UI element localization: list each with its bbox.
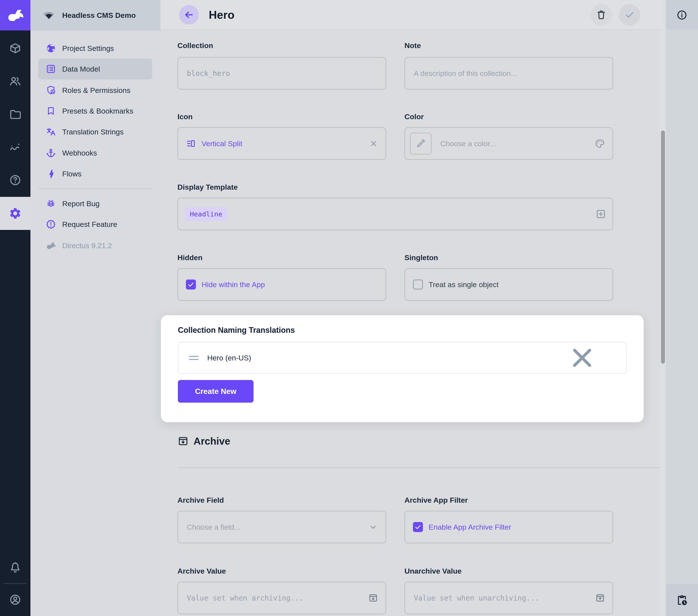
save-button-disabled[interactable] bbox=[619, 4, 640, 26]
sidebar-item-presets-bookmarks[interactable]: Presets & Bookmarks bbox=[30, 100, 160, 121]
color-input[interactable]: Choose a color... bbox=[404, 127, 613, 160]
insights-icon bbox=[9, 141, 22, 154]
add-field-button[interactable] bbox=[595, 208, 606, 220]
module-bar-divider bbox=[3, 583, 27, 584]
revisions-sidebar-button[interactable] bbox=[666, 584, 698, 616]
translation-list-item[interactable]: Hero (en-US) bbox=[178, 342, 627, 374]
unarchive-value-placeholder: Value set when unarchiving... bbox=[414, 594, 539, 602]
archive-value-input[interactable]: Value set when archiving... bbox=[178, 581, 386, 614]
icon-value: Vertical Split bbox=[201, 139, 242, 148]
create-new-button[interactable]: Create New bbox=[178, 380, 253, 402]
trash-icon bbox=[596, 9, 607, 20]
scrollbar-thumb[interactable] bbox=[661, 131, 665, 364]
project-info[interactable]: Headless CMS Demo bbox=[30, 0, 160, 30]
note-field-label: Note bbox=[404, 41, 421, 50]
drag-handle-icon[interactable] bbox=[189, 356, 198, 360]
unarchive-value-label: Unarchive Value bbox=[404, 567, 462, 575]
archive-app-filter-label: Archive App Filter bbox=[404, 496, 468, 504]
color-placeholder: Choose a color... bbox=[440, 139, 496, 148]
version-label: Directus 9.21.2 bbox=[62, 242, 112, 250]
sidebar-item-request-feature[interactable]: Request Feature bbox=[30, 214, 160, 235]
insights-module-button[interactable] bbox=[0, 134, 30, 161]
account-circle-icon bbox=[9, 593, 22, 606]
info-sidebar-button[interactable] bbox=[666, 0, 698, 30]
eyedropper-icon bbox=[416, 139, 426, 149]
sidebar-item-label: Translation Strings bbox=[62, 128, 124, 136]
archive-section-title: Archive bbox=[194, 435, 230, 447]
sidebar-item-translation-strings[interactable]: Translation Strings bbox=[30, 121, 160, 142]
clear-icon-button[interactable] bbox=[369, 139, 378, 148]
settings-nav-sidebar: Headless CMS Demo Project Settings Data … bbox=[30, 0, 160, 616]
archive-up-icon[interactable] bbox=[595, 593, 605, 603]
archive-field-placeholder: Choose a field... bbox=[187, 523, 240, 531]
sidebar-item-label: Presets & Bookmarks bbox=[62, 107, 133, 115]
hidden-checkbox-field[interactable]: Hide within the App bbox=[178, 268, 386, 301]
anchor-icon bbox=[46, 148, 56, 158]
checkbox-checked-icon[interactable] bbox=[186, 279, 196, 289]
docs-module-button[interactable] bbox=[0, 167, 30, 193]
project-name: Headless CMS Demo bbox=[62, 11, 136, 19]
unarchive-value-input[interactable]: Value set when unarchiving... bbox=[404, 581, 613, 614]
bolt-icon bbox=[46, 168, 56, 179]
users-module-button[interactable] bbox=[0, 68, 30, 94]
sidebar-item-report-bug[interactable]: Report Bug bbox=[30, 193, 160, 214]
help-icon bbox=[9, 174, 22, 187]
sidebar-item-webhooks[interactable]: Webhooks bbox=[30, 142, 160, 163]
sidebar-item-label: Roles & Permissions bbox=[62, 86, 130, 95]
content-module-button[interactable] bbox=[0, 35, 30, 61]
note-input[interactable]: A description of this collection... bbox=[404, 57, 613, 90]
icon-select[interactable]: Vertical Split bbox=[178, 127, 386, 160]
new-releases-icon bbox=[46, 219, 56, 230]
arrow-left-icon bbox=[184, 10, 194, 20]
translate-icon bbox=[46, 127, 56, 137]
check-icon bbox=[624, 9, 635, 20]
chevron-down-icon[interactable] bbox=[368, 522, 378, 532]
archive-app-filter-checkbox-field[interactable]: Enable App Archive Filter bbox=[404, 511, 613, 543]
note-placeholder: A description of this collection... bbox=[414, 69, 517, 78]
palette-icon-button[interactable] bbox=[595, 138, 605, 149]
template-field-chip[interactable]: Headline bbox=[185, 207, 227, 221]
checkbox-checked-icon[interactable] bbox=[413, 522, 423, 532]
delete-collection-button[interactable] bbox=[590, 4, 612, 26]
checkbox-unchecked-icon[interactable] bbox=[413, 279, 423, 289]
icon-field-label: Icon bbox=[178, 112, 193, 121]
bug-icon bbox=[46, 199, 56, 209]
gear-icon bbox=[9, 207, 22, 220]
archive-field-label: Archive Field bbox=[178, 496, 224, 504]
settings-module-button-active[interactable] bbox=[0, 197, 30, 230]
back-button[interactable] bbox=[179, 5, 199, 25]
archive-value-placeholder: Value set when archiving... bbox=[187, 594, 303, 602]
page-title: Hero bbox=[209, 8, 234, 21]
signal-wifi-icon bbox=[43, 9, 55, 22]
vertical-split-icon bbox=[186, 139, 196, 149]
display-template-input[interactable]: Headline bbox=[178, 198, 613, 230]
sidebar-item-data-model[interactable]: Data Model bbox=[30, 58, 160, 79]
singleton-checkbox-field[interactable]: Treat as single object bbox=[404, 268, 613, 301]
directus-version: Directus 9.21.2 bbox=[30, 235, 160, 256]
people-icon bbox=[9, 75, 22, 87]
display-template-label: Display Template bbox=[178, 183, 238, 191]
files-module-button[interactable] bbox=[0, 101, 30, 127]
directus-logo[interactable] bbox=[0, 0, 30, 30]
sidebar-item-flows[interactable]: Flows bbox=[30, 163, 160, 184]
color-swatch-button[interactable] bbox=[410, 133, 432, 154]
notifications-button[interactable] bbox=[0, 555, 30, 581]
sidebar-item-label: Webhooks bbox=[62, 149, 97, 157]
remove-translation-button[interactable] bbox=[549, 342, 615, 374]
sidebar-item-roles-permissions[interactable]: Roles & Permissions bbox=[30, 80, 160, 101]
hidden-field-label: Hidden bbox=[178, 254, 203, 262]
user-menu-button[interactable] bbox=[0, 587, 30, 613]
collection-input[interactable]: block_hero bbox=[178, 57, 386, 90]
archive-down-icon[interactable] bbox=[368, 593, 378, 603]
rabbit-version-icon bbox=[46, 241, 56, 251]
archive-app-filter-checkbox-label: Enable App Archive Filter bbox=[429, 523, 511, 531]
sidebar-item-label: Request Feature bbox=[62, 220, 117, 229]
bell-icon bbox=[9, 561, 22, 574]
nav-divider bbox=[38, 188, 152, 189]
box-icon bbox=[9, 42, 22, 55]
hidden-checkbox-label: Hide within the App bbox=[201, 280, 265, 289]
archive-field-select[interactable]: Choose a field... bbox=[178, 511, 386, 543]
sidebar-item-project-settings[interactable]: Project Settings bbox=[30, 38, 160, 59]
info-icon bbox=[676, 9, 687, 20]
collection-field-label: Collection bbox=[178, 41, 213, 50]
